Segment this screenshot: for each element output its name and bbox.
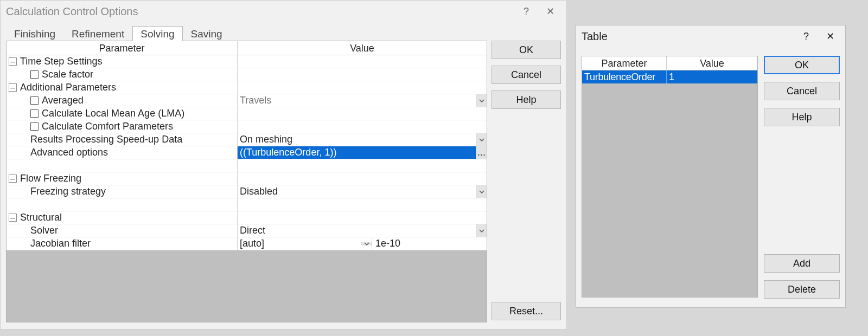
spacer-row <box>7 159 487 172</box>
col-value[interactable]: Value <box>238 41 487 55</box>
parameter-grid: Parameter Value – Time Step Settings Sca… <box>6 41 487 322</box>
close-icon[interactable]: ✕ <box>818 25 842 47</box>
chevron-down-icon[interactable] <box>476 133 487 146</box>
col-parameter[interactable]: Parameter <box>582 56 667 70</box>
chevron-down-icon[interactable] <box>476 185 487 198</box>
param-solver[interactable]: Solver Direct <box>7 224 487 237</box>
jacobian-mode: [auto] <box>238 238 361 249</box>
col-value[interactable]: Value <box>667 56 757 70</box>
chevron-down-icon[interactable] <box>476 224 487 237</box>
checkbox-icon[interactable] <box>30 96 39 105</box>
row-value[interactable]: 1 <box>667 70 757 83</box>
table-dialog-buttons-top: OK Cancel Help <box>764 56 840 126</box>
speedup-value: On meshing <box>238 134 476 145</box>
dialog-title: Calculation Control Options <box>6 5 514 18</box>
chevron-down-icon[interactable] <box>476 94 487 107</box>
reset-button[interactable]: Reset... <box>492 302 561 320</box>
ellipsis-icon[interactable]: ... <box>476 146 487 159</box>
param-advanced-options[interactable]: Advanced options ((TurbulenceOrder, 1)) … <box>7 146 487 159</box>
tabs: Finishing Refinement Solving Saving <box>1 22 566 41</box>
grid-header: Parameter Value <box>7 41 487 55</box>
help-icon[interactable]: ? <box>794 25 818 47</box>
ok-button[interactable]: OK <box>492 41 561 59</box>
titlebar: Calculation Control Options ? ✕ <box>1 1 566 22</box>
param-scale-factor[interactable]: Scale factor <box>7 68 487 81</box>
help-button[interactable]: Help <box>492 91 561 109</box>
close-icon[interactable]: ✕ <box>538 1 562 22</box>
cancel-button[interactable]: Cancel <box>492 66 561 84</box>
expander-icon[interactable]: – <box>9 214 17 222</box>
row-param: TurbulenceOrder <box>582 70 667 83</box>
tab-finishing[interactable]: Finishing <box>6 26 63 41</box>
tab-saving[interactable]: Saving <box>183 26 231 41</box>
group-additional[interactable]: – Additional Parameters <box>7 81 487 94</box>
param-jacobian[interactable]: Jacobian filter [auto] 1e-10 <box>7 237 487 250</box>
spacer-row <box>7 198 487 211</box>
param-freezing-strategy[interactable]: Freezing strategy Disabled <box>7 185 487 198</box>
group-flow-freezing[interactable]: – Flow Freezing <box>7 172 487 185</box>
dialog-buttons: OK Cancel Help <box>492 41 561 109</box>
expander-icon[interactable]: – <box>9 83 17 92</box>
add-button[interactable]: Add <box>764 254 840 273</box>
col-parameter[interactable]: Parameter <box>7 41 238 55</box>
param-comfort[interactable]: Calculate Comfort Parameters <box>7 120 487 133</box>
help-button[interactable]: Help <box>764 108 840 126</box>
param-averaged[interactable]: Averaged Travels <box>7 94 487 107</box>
checkbox-icon[interactable] <box>30 109 39 118</box>
group-time-step[interactable]: – Time Step Settings <box>7 55 487 68</box>
cancel-button[interactable]: Cancel <box>764 82 840 100</box>
checkbox-icon[interactable] <box>30 70 39 79</box>
ok-button[interactable]: OK <box>764 56 840 74</box>
param-lma[interactable]: Calculate Local Mean Age (LMA) <box>7 107 487 120</box>
dialog-title: Table <box>582 30 794 43</box>
table-header: Parameter Value <box>582 56 757 70</box>
group-structural[interactable]: – Structural <box>7 211 487 224</box>
table-dialog-buttons-bottom: Add Delete <box>764 254 840 299</box>
advanced-options-value: ((TurbulenceOrder, 1)) <box>238 147 476 158</box>
jacobian-number: 1e-10 <box>375 238 400 249</box>
checkbox-icon[interactable] <box>30 122 39 131</box>
delete-button[interactable]: Delete <box>764 280 840 299</box>
tab-refinement[interactable]: Refinement <box>63 26 132 41</box>
param-speedup[interactable]: Results Processing Speed-up Data On mesh… <box>7 133 487 146</box>
tab-solving[interactable]: Solving <box>132 26 182 41</box>
calc-options-dialog: Calculation Control Options ? ✕ Finishin… <box>0 0 567 329</box>
chevron-down-icon[interactable] <box>361 242 372 245</box>
titlebar: Table ? ✕ <box>576 25 845 47</box>
solver-value: Direct <box>238 225 476 236</box>
table-row[interactable]: TurbulenceOrder 1 <box>582 70 757 83</box>
expander-icon[interactable]: – <box>9 57 17 66</box>
expander-icon[interactable]: – <box>9 175 17 183</box>
freezing-strategy-value: Disabled <box>238 186 476 197</box>
table-dialog: Table ? ✕ Parameter Value TurbulenceOrde… <box>576 25 846 308</box>
averaged-value: Travels <box>238 95 476 106</box>
help-icon[interactable]: ? <box>514 1 538 22</box>
table-grid: Parameter Value TurbulenceOrder 1 <box>582 56 758 298</box>
